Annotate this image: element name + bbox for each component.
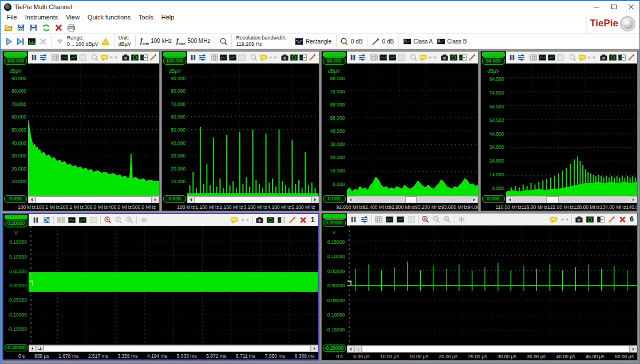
scrollbar-thumb[interactable]	[405, 196, 417, 203]
chart-dark-icon[interactable]	[77, 215, 88, 225]
scope-icon[interactable]	[449, 52, 458, 62]
x-scrollbar[interactable]	[506, 196, 637, 203]
pause-icon[interactable]	[189, 52, 197, 62]
camera-icon[interactable]	[574, 214, 584, 224]
one-shot-button[interactable]	[14, 35, 26, 48]
menu-item-help[interactable]: Help	[157, 13, 179, 21]
print-button[interactable]	[66, 23, 77, 33]
scrollbar-track[interactable]	[362, 346, 630, 353]
scrollbar-track[interactable]	[195, 196, 311, 203]
note-icon[interactable]	[259, 52, 268, 62]
menu-item-tools[interactable]: Tools	[135, 13, 157, 21]
scope-icon[interactable]	[609, 52, 617, 62]
note-icon[interactable]	[100, 52, 109, 62]
title-bar[interactable]: TiePie Multi Channel	[1, 1, 639, 13]
sliders-icon[interactable]	[359, 214, 370, 224]
camera-icon[interactable]	[440, 52, 449, 62]
magnifier-disabled-icon[interactable]	[250, 52, 258, 62]
grid-icon[interactable]	[51, 52, 60, 62]
chart2-icon[interactable]	[595, 214, 606, 224]
menu-item-view[interactable]: View	[62, 13, 84, 21]
pen-icon[interactable]	[606, 214, 617, 224]
minimize-button[interactable]	[588, 1, 605, 13]
link-icon[interactable]	[428, 52, 437, 62]
class-b-icon[interactable]: B	[435, 35, 447, 48]
scope-icon[interactable]	[131, 52, 139, 62]
wave-dark-icon[interactable]	[385, 214, 395, 224]
note-icon[interactable]	[548, 214, 559, 224]
delete-button[interactable]	[53, 23, 64, 33]
zoom-reset-icon[interactable]	[124, 215, 135, 225]
menu-item-file[interactable]: File	[3, 13, 21, 21]
menu-item-instruments[interactable]: Instruments	[21, 13, 62, 21]
sliders-icon[interactable]	[39, 52, 48, 62]
wave-dark-icon[interactable]	[219, 52, 228, 62]
grid-icon[interactable]	[370, 52, 378, 62]
chart2-icon[interactable]	[140, 52, 148, 62]
zoom-out-icon[interactable]	[432, 214, 442, 224]
y-axis-min-box[interactable]: 0.000	[163, 195, 186, 203]
camera-icon[interactable]	[255, 215, 265, 225]
scroll-right-arrow[interactable]	[152, 196, 159, 203]
scroll-right-arrow[interactable]	[630, 346, 637, 353]
blank-icon[interactable]	[406, 214, 417, 224]
note-icon[interactable]	[230, 215, 240, 225]
y-axis-max-box[interactable]: 98.000	[323, 57, 346, 65]
scroll-right-arrow[interactable]	[630, 196, 637, 203]
fmax-display[interactable]: fmax 500 MHz	[174, 37, 212, 46]
sliders-icon[interactable]	[358, 52, 366, 62]
link-icon[interactable]	[559, 214, 570, 224]
scrollbar-track[interactable]	[354, 196, 471, 203]
scroll-left-arrow[interactable]	[347, 346, 354, 353]
zoom-settings-button[interactable]	[218, 35, 229, 48]
chart-dark-icon[interactable]	[228, 52, 237, 62]
window-function-icon[interactable]	[294, 35, 305, 48]
y-axis-max-box[interactable]: 100.000	[4, 57, 27, 65]
pause-icon[interactable]	[349, 52, 357, 62]
y-axis-min-box[interactable]: -0.20000	[323, 345, 346, 352]
class-a-icon[interactable]: A	[401, 35, 413, 48]
wave-dark-icon[interactable]	[60, 52, 69, 62]
wave-dark-icon[interactable]	[66, 215, 77, 225]
zoom-out-icon[interactable]	[113, 215, 124, 225]
blank-icon[interactable]	[397, 52, 406, 62]
magnifier-disabled-icon[interactable]	[90, 52, 99, 62]
scroll-left-arrow[interactable]	[506, 196, 513, 203]
pen-icon[interactable]	[287, 215, 298, 225]
chart-dark-icon[interactable]	[69, 52, 78, 62]
probe-gain-icon[interactable]	[370, 35, 382, 48]
input-gain-icon[interactable]	[339, 35, 350, 48]
zoom-in-icon[interactable]	[421, 214, 431, 224]
close-icon[interactable]	[477, 52, 479, 62]
maximize-button[interactable]	[605, 1, 622, 13]
pen-icon[interactable]	[627, 52, 635, 62]
close-icon[interactable]	[317, 52, 319, 62]
zoom-in-icon[interactable]	[102, 215, 113, 225]
grid-icon[interactable]	[56, 215, 66, 225]
close-icon[interactable]	[298, 215, 309, 225]
note-icon[interactable]	[578, 52, 587, 62]
y-axis-max-box[interactable]: 94.500	[482, 57, 505, 65]
pause-icon[interactable]	[30, 215, 41, 225]
plot-area[interactable]	[506, 64, 637, 196]
link-icon[interactable]	[587, 52, 596, 62]
grid-icon[interactable]	[529, 52, 538, 62]
pan-handle[interactable]	[354, 346, 362, 353]
grid-icon[interactable]	[210, 52, 219, 62]
plot-area[interactable]	[347, 64, 478, 196]
camera-icon[interactable]	[599, 52, 608, 62]
scope-icon[interactable]	[266, 215, 276, 225]
freeze-icon[interactable]	[457, 214, 467, 224]
open-button[interactable]	[3, 23, 14, 33]
close-icon[interactable]	[617, 214, 627, 224]
plot-area[interactable]	[347, 225, 638, 345]
chart2-icon[interactable]	[276, 215, 287, 225]
chart-dark-icon[interactable]	[547, 52, 556, 62]
y-axis-max-box[interactable]: 100.000	[163, 57, 186, 65]
pen-icon[interactable]	[149, 52, 157, 62]
blank-icon[interactable]	[88, 215, 98, 225]
y-axis-min-box[interactable]: 0.000	[4, 195, 27, 203]
x-scrollbar[interactable]	[347, 196, 478, 203]
scroll-right-arrow[interactable]	[471, 196, 478, 203]
scroll-right-arrow[interactable]	[311, 196, 319, 203]
